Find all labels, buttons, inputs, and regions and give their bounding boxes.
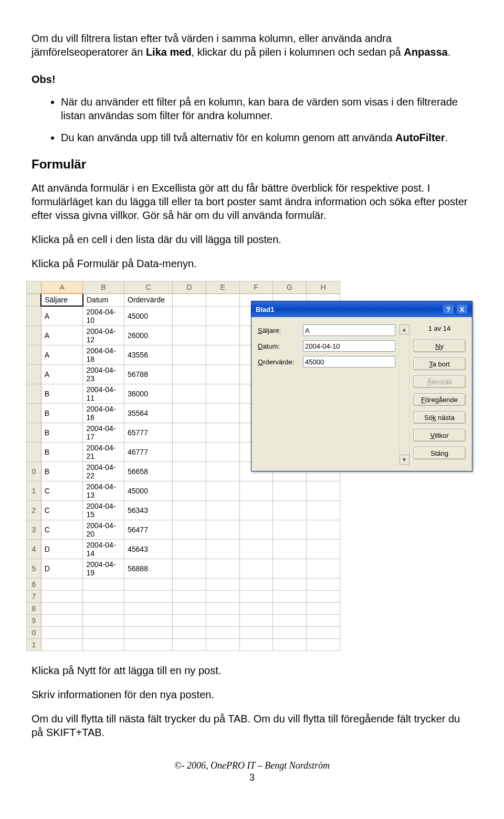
cell[interactable] <box>124 626 173 638</box>
cell[interactable] <box>272 520 306 539</box>
row-header[interactable]: 1 <box>27 481 41 500</box>
cell[interactable] <box>41 614 83 626</box>
cell[interactable] <box>239 539 272 559</box>
cell[interactable] <box>83 590 124 602</box>
header-cell[interactable]: Ordervärde <box>124 293 173 306</box>
cell[interactable]: 2004-04-14 <box>83 539 124 559</box>
cell[interactable] <box>206 345 239 364</box>
cell[interactable] <box>41 626 83 638</box>
cell[interactable]: 45643 <box>124 539 173 559</box>
cell[interactable] <box>239 590 272 602</box>
cell[interactable] <box>41 590 83 602</box>
cell[interactable]: B <box>41 403 83 423</box>
stang-button[interactable]: Stäng <box>413 447 466 459</box>
cell[interactable]: 2004-04-17 <box>83 423 124 442</box>
col-header[interactable]: D <box>172 281 206 294</box>
cell[interactable]: B <box>41 442 83 461</box>
cell[interactable] <box>41 638 83 650</box>
cell[interactable] <box>239 520 272 539</box>
cell[interactable] <box>272 614 306 626</box>
cell[interactable] <box>83 638 124 650</box>
cell[interactable] <box>206 500 239 520</box>
ny-button[interactable]: Ny <box>413 340 466 352</box>
row-header[interactable] <box>27 384 41 403</box>
col-header[interactable]: E <box>206 281 239 294</box>
ordervarde-input[interactable] <box>303 356 395 368</box>
cell[interactable] <box>239 626 272 638</box>
cell[interactable]: 65777 <box>124 423 173 442</box>
cell[interactable]: 35564 <box>124 403 173 423</box>
cell[interactable] <box>83 626 124 638</box>
cell[interactable] <box>239 614 272 626</box>
cell[interactable]: 56477 <box>124 520 173 539</box>
cell[interactable] <box>272 559 306 578</box>
row-header[interactable] <box>27 345 41 364</box>
row-header[interactable]: 1 <box>27 638 41 650</box>
cell[interactable] <box>239 500 272 520</box>
cell[interactable] <box>272 578 306 590</box>
cell[interactable] <box>239 481 272 500</box>
col-header[interactable]: B <box>83 281 124 294</box>
header-cell[interactable]: Datum <box>83 293 124 306</box>
cell[interactable]: 2004-04-11 <box>83 384 124 403</box>
cell[interactable] <box>306 500 340 520</box>
cell[interactable] <box>306 559 340 578</box>
row-header[interactable]: 6 <box>27 578 41 590</box>
cell[interactable] <box>206 626 239 638</box>
cell[interactable]: A <box>41 326 83 345</box>
cell[interactable] <box>172 461 206 481</box>
cell[interactable]: A <box>41 345 83 364</box>
cell[interactable] <box>272 481 306 500</box>
header-cell[interactable] <box>206 293 239 306</box>
cell[interactable] <box>172 326 206 345</box>
close-icon[interactable]: X <box>456 304 468 314</box>
row-header[interactable] <box>27 442 41 461</box>
cell[interactable] <box>206 602 239 614</box>
cell[interactable] <box>206 559 239 578</box>
row-header[interactable]: 2 <box>27 500 41 520</box>
col-header[interactable]: A <box>41 281 83 294</box>
cell[interactable] <box>172 626 206 638</box>
cell[interactable]: B <box>41 461 83 481</box>
cell[interactable]: A <box>41 364 83 384</box>
cell[interactable] <box>172 638 206 650</box>
cell[interactable] <box>172 602 206 614</box>
datum-input[interactable] <box>303 340 395 352</box>
cell[interactable]: 2004-04-10 <box>83 306 124 326</box>
villkor-button[interactable]: Villkor <box>413 429 466 442</box>
cell[interactable] <box>172 578 206 590</box>
dialog-scrollbar[interactable]: ▲ ▼ <box>400 324 409 465</box>
cell[interactable]: 56343 <box>124 500 173 520</box>
cell[interactable]: A <box>41 306 83 326</box>
row-header[interactable]: 8 <box>27 602 41 614</box>
cell[interactable] <box>206 614 239 626</box>
help-icon[interactable]: ? <box>443 304 454 314</box>
cell[interactable] <box>306 481 340 500</box>
cell[interactable]: C <box>41 481 83 500</box>
cell[interactable] <box>206 481 239 500</box>
cell[interactable]: 2004-04-22 <box>83 461 124 481</box>
cell[interactable] <box>306 602 340 614</box>
row-header[interactable]: 9 <box>27 614 41 626</box>
cell[interactable]: 45000 <box>124 306 173 326</box>
row-header[interactable]: 0 <box>27 626 41 638</box>
scroll-up-icon[interactable]: ▲ <box>400 324 410 334</box>
cell[interactable] <box>239 638 272 650</box>
header-cell[interactable]: Säljare <box>41 293 83 306</box>
col-header[interactable]: G <box>272 281 306 294</box>
row-header[interactable]: 4 <box>27 539 41 559</box>
row-header[interactable]: 7 <box>27 590 41 602</box>
cell[interactable] <box>172 590 206 602</box>
ta-bort-button[interactable]: Ta bort <box>413 358 466 370</box>
cell[interactable] <box>306 578 340 590</box>
cell[interactable] <box>172 384 206 403</box>
cell[interactable] <box>172 520 206 539</box>
row-header[interactable]: 3 <box>27 520 41 539</box>
cell[interactable] <box>206 364 239 384</box>
row-header[interactable] <box>27 423 41 442</box>
cell[interactable]: B <box>41 384 83 403</box>
cell[interactable] <box>306 626 340 638</box>
cell[interactable]: 43556 <box>124 345 173 364</box>
header-cell[interactable] <box>172 293 206 306</box>
cell[interactable] <box>172 481 206 500</box>
